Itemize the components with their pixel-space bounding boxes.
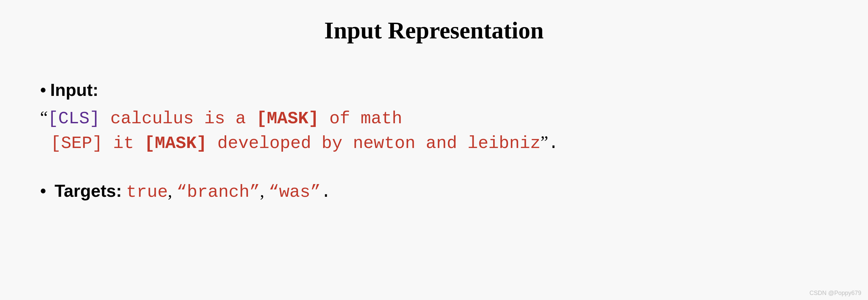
segment-2a: it [102, 133, 144, 153]
input-label: Input: [50, 78, 98, 102]
input-period: . [548, 133, 559, 153]
input-line-1: “[CLS] calculus is a [MASK] of math [40, 106, 835, 131]
mask-token-1: [MASK] [256, 109, 319, 129]
targets-label: Targets: [55, 181, 122, 201]
cls-token: [CLS] [48, 109, 100, 129]
open-quote: “ [40, 108, 48, 127]
targets-comma-1: , [168, 181, 177, 201]
segment-1a: calculus is a [100, 109, 256, 129]
segment-1b: of math [319, 109, 402, 129]
slide-content: • Input: “[CLS] calculus is a [MASK] of … [33, 78, 835, 205]
close-quote: ” [540, 132, 548, 152]
target-2: “branch” [177, 182, 260, 202]
target-3: “was” [269, 182, 321, 202]
segment-2b: developed by newton and leibniz [207, 133, 540, 153]
input-bullet-line: • Input: [40, 78, 835, 102]
targets-comma-2: , [260, 181, 269, 201]
input-line-2: [SEP] it [MASK] developed by newton and … [40, 131, 835, 155]
bullet-icon: • [40, 181, 46, 201]
targets-period: . [321, 182, 331, 202]
targets-bullet-line: • Targets: true, “branch”, “was”. [40, 179, 835, 205]
mask-token-2: [MASK] [144, 133, 207, 153]
bullet-icon: • [40, 78, 46, 102]
input-code-block: “[CLS] calculus is a [MASK] of math [SEP… [40, 106, 835, 155]
targets-values: true, “branch”, “was”. [126, 182, 332, 202]
target-1: true [126, 182, 168, 202]
slide-title: Input Representation [33, 17, 835, 44]
watermark: CSDN @Poppy679 [809, 290, 861, 297]
sep-token: [SEP] [40, 133, 102, 153]
